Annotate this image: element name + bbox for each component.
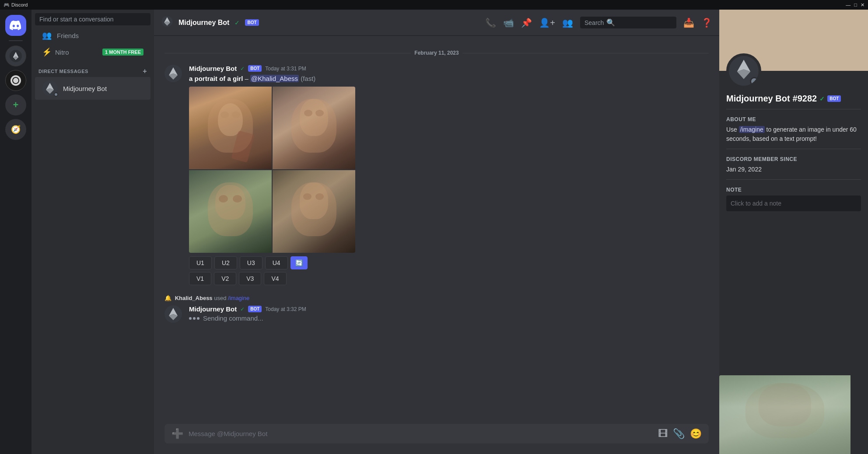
close-button[interactable]: ✕ [861,2,864,8]
message-group-2: Midjourney Bot ✓ BOT Today at 3:32 PM Se… [154,304,719,326]
typing-dot-3 [197,317,200,320]
u1-button[interactable]: U1 [189,256,212,269]
server-icon-add[interactable]: + [5,94,26,115]
portrait-image-3[interactable] [189,170,272,253]
nitro-nav-item[interactable]: ⚡ Nitro 1 MONTH FREE [35,44,150,60]
portrait-image-1[interactable] [189,87,272,169]
typing-dot-2 [193,317,196,320]
server-icon-discover[interactable]: 🧭 [5,119,26,140]
help-icon[interactable]: ❓ [701,17,712,28]
gif-icon[interactable]: 🎞 [658,428,668,440]
add-member-icon[interactable]: 👤+ [539,17,555,28]
dm-item-midjourney[interactable]: Midjourney Bot [35,77,150,100]
messages-area[interactable]: February 11, 2023 Midjourney Bot ✓ [154,36,719,424]
server-icon-home[interactable] [5,15,26,36]
friends-nav-item[interactable]: 👥 Friends [35,27,150,44]
msg-timestamp-1: Today at 3:31 PM [265,66,306,72]
msg-avatar-2[interactable] [164,305,182,323]
profile-bot-badge: BOT [827,95,841,102]
v1-button[interactable]: V1 [189,272,211,285]
v3-button[interactable]: V3 [239,272,261,285]
find-conversation-input[interactable]: Find or start a conversation [35,13,150,25]
channel-avatar-header [161,15,173,30]
right-panel: Midjourney Bot #9282 ✓ BOT ABOUT ME Use … [719,10,868,454]
nitro-badge: 1 MONTH FREE [102,49,144,56]
profile-name: Midjourney Bot #9282 ✓ BOT [726,94,861,104]
v2-button[interactable]: V2 [214,272,236,285]
msg-header-1: Midjourney Bot ✓ BOT Today at 3:31 PM [189,65,709,72]
app-container: + 🧭 Find or start a conversation 👥 Frien… [0,10,868,454]
maximize-button[interactable]: □ [854,2,857,8]
u4-button[interactable]: U4 [265,256,288,269]
portrait-face-4 [273,170,355,253]
channel-name: Midjourney Bot [178,19,229,27]
profile-banner [719,10,868,71]
search-label: Search [584,19,604,26]
server-divider [9,40,23,41]
typing-dot-1 [189,317,192,320]
pin-icon[interactable]: 📌 [521,17,532,28]
verified-icon: ✓ [234,19,240,26]
refresh-button[interactable]: 🔄 [290,256,308,269]
msg-content-2: Midjourney Bot ✓ BOT Today at 3:32 PM Se… [189,305,709,323]
add-dm-button[interactable]: + [143,67,147,75]
profile-divider-1 [726,109,861,109]
used-command-used-label: used [214,295,228,301]
date-separator: February 11, 2023 [164,50,709,56]
video-feed [719,375,850,454]
profile-avatar-large [726,53,761,88]
sticker-icon[interactable]: 📎 [673,428,685,440]
action-buttons-row2: V1 V2 V3 V4 [189,272,709,285]
used-command-link[interactable]: /imagine [228,295,249,301]
profile-verified-icon: ✓ [819,95,825,102]
used-command-text: 🔔 Khalid_Abess used /imagine [164,295,249,301]
search-icon: 🔍 [606,18,615,27]
msg-content-1: Midjourney Bot ✓ BOT Today at 3:31 PM a … [189,65,709,285]
portrait-image-4[interactable] [273,170,355,253]
msg-bold-text: a portrait of a girl [189,75,243,82]
date-separator-line-right [462,53,709,53]
server-sidebar: + 🧭 [0,10,32,454]
dm-header: DIRECT MESSAGES + [32,60,154,77]
call-icon[interactable]: 📞 [485,17,496,28]
portrait-image-2[interactable] [273,87,355,169]
attach-icon[interactable]: ➕ [172,428,183,440]
msg-mention[interactable]: @Khalid_Abess [250,75,299,82]
msg-username-1[interactable]: Midjourney Bot [189,65,237,72]
dm-avatar-midjourney [42,80,58,96]
video-icon[interactable]: 📹 [503,17,514,28]
v4-button[interactable]: V4 [264,272,286,285]
message-input[interactable] [189,424,653,444]
profile-username: Midjourney Bot [726,94,790,104]
about-me-prefix: Use [726,126,739,133]
msg-bot-badge-2: BOT [248,306,262,312]
portrait-face-3 [189,170,272,253]
titlebar-controls: — □ ✕ [846,2,864,8]
note-input[interactable]: Click to add a note [726,196,861,211]
msg-avatar-1[interactable] [164,65,182,82]
msg-verified-1: ✓ [240,66,245,72]
minimize-button[interactable]: — [846,2,850,8]
server-icon-ai[interactable] [5,70,26,91]
member-list-icon[interactable]: 👥 [562,17,573,28]
titlebar-title: Discord [11,2,28,7]
search-box[interactable]: Search 🔍 [580,17,676,28]
u2-button[interactable]: U2 [214,256,237,269]
image-grid[interactable] [189,87,355,253]
note-title: NOTE [726,187,861,193]
u3-button[interactable]: U3 [240,256,262,269]
msg-username-2[interactable]: Midjourney Bot [189,305,237,313]
channel-header: Midjourney Bot ✓ BOT 📞 📹 📌 👤+ 👥 Search 🔍… [154,10,719,36]
dm-name-midjourney: Midjourney Bot [63,85,107,92]
emoji-icon[interactable]: 😊 [690,428,702,440]
main-content: Midjourney Bot ✓ BOT 📞 📹 📌 👤+ 👥 Search 🔍… [154,10,719,454]
message-input-bar: ➕ 🎞 📎 😊 [164,424,709,444]
sending-text: Sending command... [203,314,263,322]
used-command-username[interactable]: Khalid_Abess [175,295,213,301]
server-icon-ship[interactable] [5,45,26,66]
nitro-icon: ⚡ [42,47,52,57]
inbox-icon[interactable]: 📥 [683,17,694,28]
message-group-1: Midjourney Bot ✓ BOT Today at 3:31 PM a … [154,63,719,289]
date-text: February 11, 2023 [414,50,458,56]
msg-header-2: Midjourney Bot ✓ BOT Today at 3:32 PM [189,305,709,313]
